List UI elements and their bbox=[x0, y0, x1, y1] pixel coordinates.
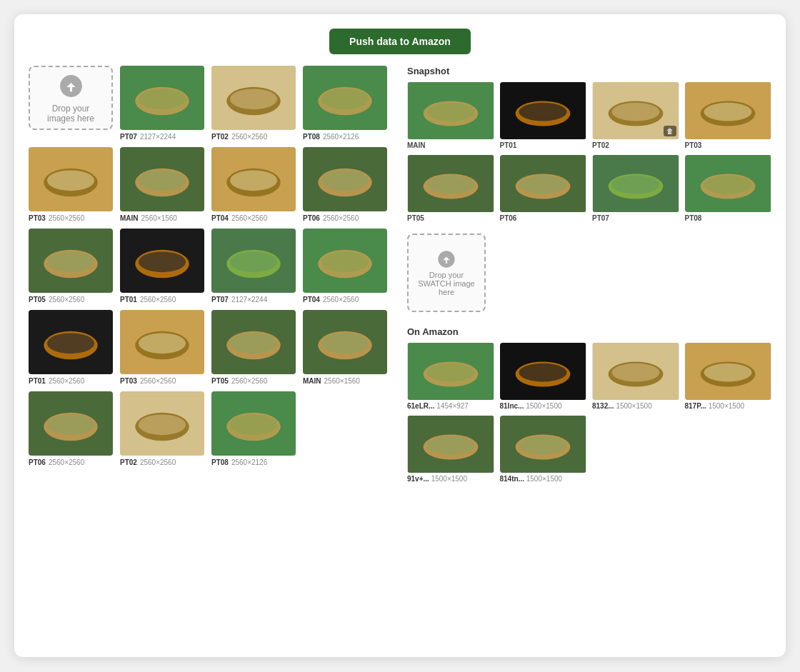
image-grid: Drop yourimages here PT072127×2244 bbox=[29, 66, 393, 467]
svg-point-35 bbox=[47, 333, 94, 353]
image-thumb[interactable] bbox=[211, 66, 296, 130]
amazon-cell: 81Inc... 1500×1500 bbox=[500, 343, 587, 410]
svg-point-47 bbox=[47, 414, 94, 435]
image-thumb[interactable] bbox=[29, 310, 113, 374]
snapshot-section-title: Snapshot bbox=[407, 66, 771, 76]
snapshot-cell: PT05 bbox=[407, 155, 494, 222]
image-cell: PT022560×2560 bbox=[120, 391, 206, 467]
swatch-drop-text: Drop yourSWATCH imagehere bbox=[418, 271, 474, 296]
svg-point-26 bbox=[139, 251, 186, 272]
image-cell: PT042560×2560 bbox=[303, 229, 389, 304]
amazon-cell: 8132... 1500×1500 bbox=[592, 343, 679, 410]
image-thumb[interactable] bbox=[29, 229, 113, 293]
amazon-thumb[interactable] bbox=[407, 416, 494, 473]
svg-point-50 bbox=[139, 414, 186, 435]
image-cell: PT082560×2126 bbox=[211, 391, 297, 467]
image-label: PT032560×2560 bbox=[120, 376, 176, 386]
image-label: PT082560×2126 bbox=[211, 458, 267, 467]
snapshot-thumb[interactable] bbox=[685, 82, 772, 139]
snapshot-label: PT02 bbox=[592, 141, 609, 149]
image-thumb[interactable] bbox=[303, 229, 387, 293]
image-cell: PT012560×2560 bbox=[120, 229, 206, 304]
image-label: PT042560×2560 bbox=[211, 214, 267, 223]
amazon-label: 8132... 1500×1500 bbox=[592, 402, 652, 410]
drop-zone-text: Drop yourimages here bbox=[47, 104, 94, 124]
svg-point-56 bbox=[426, 103, 474, 121]
amazon-thumb[interactable] bbox=[592, 343, 679, 400]
snapshot-thumb[interactable] bbox=[592, 155, 679, 212]
amazon-thumb[interactable] bbox=[500, 416, 587, 473]
svg-point-62 bbox=[611, 103, 659, 121]
snapshot-label: PT03 bbox=[685, 141, 702, 149]
image-thumb[interactable] bbox=[211, 147, 296, 211]
image-thumb[interactable] bbox=[211, 310, 296, 374]
svg-point-32 bbox=[321, 251, 369, 272]
amazon-label: 817P... 1500×1500 bbox=[685, 402, 745, 410]
image-thumb[interactable] bbox=[211, 391, 296, 456]
left-panel: Drop yourimages here PT072127×2244 bbox=[29, 66, 393, 483]
amazon-thumb[interactable] bbox=[407, 343, 494, 400]
snapshot-thumb[interactable]: 🗑 bbox=[592, 82, 679, 139]
delete-button[interactable]: 🗑 bbox=[664, 126, 676, 136]
image-label: MAIN2560×1560 bbox=[120, 214, 177, 223]
svg-point-95 bbox=[519, 436, 567, 455]
svg-point-68 bbox=[426, 176, 474, 194]
svg-point-92 bbox=[426, 436, 474, 455]
amazon-thumb[interactable] bbox=[500, 343, 587, 400]
image-thumb[interactable] bbox=[120, 229, 204, 293]
image-label: MAIN2560×1560 bbox=[303, 376, 360, 386]
drop-zone[interactable]: Drop yourimages here bbox=[29, 66, 113, 130]
image-cell: PT032560×2560 bbox=[120, 310, 206, 386]
image-thumb[interactable] bbox=[120, 310, 204, 374]
image-thumb[interactable] bbox=[120, 66, 204, 130]
app-container: Push data to Amazon Drop yourimages here bbox=[14, 14, 786, 657]
svg-point-89 bbox=[704, 363, 752, 382]
image-thumb[interactable] bbox=[303, 310, 387, 374]
snapshot-thumb[interactable] bbox=[500, 155, 587, 212]
right-panel: Snapshot MAIN PT01 bbox=[407, 66, 771, 483]
image-cell: PT052560×2560 bbox=[29, 229, 114, 304]
svg-point-41 bbox=[230, 333, 277, 353]
amazon-cell: 817P... 1500×1500 bbox=[685, 343, 772, 410]
svg-point-29 bbox=[230, 251, 277, 272]
amazon-cell: 61eLR... 1454×927 bbox=[407, 343, 494, 410]
image-thumb[interactable] bbox=[303, 66, 387, 130]
image-cell: PT052560×2560 bbox=[211, 310, 297, 386]
image-thumb[interactable] bbox=[120, 391, 204, 456]
svg-point-65 bbox=[704, 103, 752, 121]
snapshot-thumb[interactable] bbox=[685, 155, 772, 212]
snapshot-cell: 🗑PT02 bbox=[592, 82, 679, 149]
image-thumb[interactable] bbox=[120, 147, 204, 211]
image-label: PT022560×2560 bbox=[211, 132, 267, 141]
snapshot-cell: MAIN bbox=[407, 82, 494, 149]
snapshot-thumb[interactable] bbox=[407, 82, 494, 139]
snapshot-thumb[interactable] bbox=[500, 82, 587, 139]
image-label: PT042560×2560 bbox=[303, 295, 359, 304]
svg-point-59 bbox=[519, 103, 567, 121]
svg-point-11 bbox=[47, 170, 94, 191]
image-cell: PT042560×2560 bbox=[211, 147, 297, 223]
image-cell: PT062560×2560 bbox=[303, 147, 389, 223]
snapshot-label: PT01 bbox=[500, 141, 517, 149]
swatch-drop-zone[interactable]: Drop yourSWATCH imagehere bbox=[407, 234, 486, 312]
svg-point-2 bbox=[139, 89, 186, 109]
svg-point-44 bbox=[321, 333, 369, 353]
image-thumb[interactable] bbox=[303, 147, 387, 211]
snapshot-grid: MAIN PT01 🗑PT02 bbox=[407, 82, 771, 222]
image-thumb[interactable] bbox=[29, 391, 113, 456]
snapshot-label: PT07 bbox=[592, 214, 609, 222]
image-cell: PT032560×2560 bbox=[29, 147, 114, 223]
svg-point-80 bbox=[426, 363, 474, 382]
image-cell: PT012560×2560 bbox=[29, 310, 114, 386]
image-cell: PT072127×2244 bbox=[120, 66, 206, 141]
image-thumb[interactable] bbox=[211, 229, 296, 293]
svg-point-77 bbox=[704, 176, 752, 194]
image-label: PT032560×2560 bbox=[29, 214, 84, 223]
snapshot-thumb[interactable] bbox=[407, 155, 494, 212]
main-layout: Drop yourimages here PT072127×2244 bbox=[29, 66, 771, 483]
amazon-thumb[interactable] bbox=[685, 343, 772, 400]
image-cell: PT022560×2560 bbox=[211, 66, 297, 141]
image-thumb[interactable] bbox=[29, 147, 113, 211]
snapshot-cell: PT07 bbox=[592, 155, 679, 222]
push-to-amazon-button[interactable]: Push data to Amazon bbox=[329, 29, 471, 54]
